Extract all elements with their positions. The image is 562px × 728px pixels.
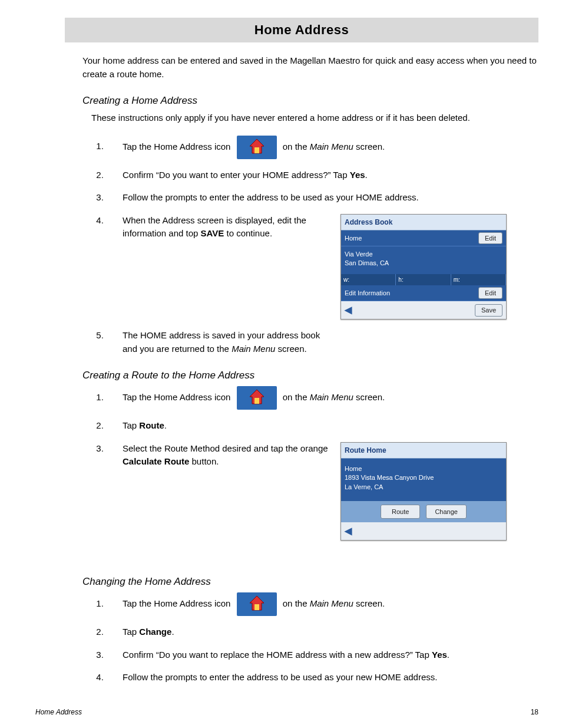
list-item: Tap Change. [106, 625, 538, 639]
back-icon[interactable]: ◀ [345, 524, 352, 538]
page-title: Home Address [65, 18, 538, 42]
route-home-screenshot: Route Home Home 1893 Vista Mesa Canyon D… [340, 442, 507, 541]
list-item: Tap the Home Address icon on the Main Me… [106, 386, 538, 410]
list-item: Tap Route. [106, 419, 538, 433]
device-address-line: San Dimas, CA [345, 259, 503, 268]
list-item: Tap the Home Address icon on the Main Me… [106, 136, 538, 159]
heading-changing: Changing the Home Address [82, 576, 538, 588]
edit-button[interactable]: Edit [478, 232, 503, 245]
list-item: Follow the prompts to enter the address … [106, 191, 538, 205]
list-item: When the Address screen is displayed, ed… [106, 214, 538, 320]
list-item: Confirm “Do you want to enter your HOME … [106, 169, 538, 182]
creating-note: These instructions only apply if you hav… [91, 111, 538, 125]
device-address-line: Via Verde [345, 250, 503, 259]
list-item: The HOME address is saved in your addres… [106, 329, 538, 355]
creating-steps: Tap the Home Address icon on the Main Me… [106, 136, 538, 356]
list-item: Follow the prompts to enter the address … [106, 671, 538, 684]
device-address-line: 1893 Vista Mesa Canyon Drive [345, 473, 503, 482]
footer-title: Home Address [35, 708, 82, 716]
home-address-icon [237, 386, 277, 410]
heading-routing: Creating a Route to the Home Address [82, 370, 538, 381]
page-number: 18 [531, 708, 538, 716]
changing-steps: Tap the Home Address icon on the Main Me… [106, 592, 538, 684]
back-icon[interactable]: ◀ [345, 303, 352, 317]
phone-work: w: [341, 274, 396, 285]
list-item: Tap the Home Address icon on the Main Me… [106, 592, 538, 616]
device-home-label: Home [345, 465, 503, 473]
home-address-icon [237, 136, 277, 159]
save-button[interactable]: Save [475, 304, 503, 317]
svg-rect-5 [254, 604, 259, 610]
intro-text: Your home address can be entered and sav… [82, 54, 538, 81]
routing-steps: Tap the Home Address icon on the Main Me… [106, 386, 538, 541]
address-book-screenshot: Address Book Home Edit Via Verde San Dim… [340, 214, 507, 320]
route-button[interactable]: Route [381, 505, 420, 519]
phone-home: h: [396, 274, 451, 285]
list-item: Select the Route Method desired and tap … [106, 442, 538, 541]
change-button[interactable]: Change [426, 505, 467, 519]
svg-rect-1 [254, 147, 259, 153]
home-address-icon [237, 592, 277, 616]
list-item: Confirm “Do you want to replace the HOME… [106, 648, 538, 662]
device-address-line: La Verne, CA [345, 483, 503, 492]
heading-creating: Creating a Home Address [82, 95, 538, 107]
device-header: Route Home [341, 443, 506, 459]
device-header: Address Book [341, 215, 506, 230]
edit-button[interactable]: Edit [478, 287, 503, 299]
svg-rect-3 [254, 398, 259, 404]
phone-mobile: m: [451, 274, 506, 285]
device-home-label: Home [345, 233, 362, 243]
edit-info-label: Edit Information [345, 288, 390, 298]
